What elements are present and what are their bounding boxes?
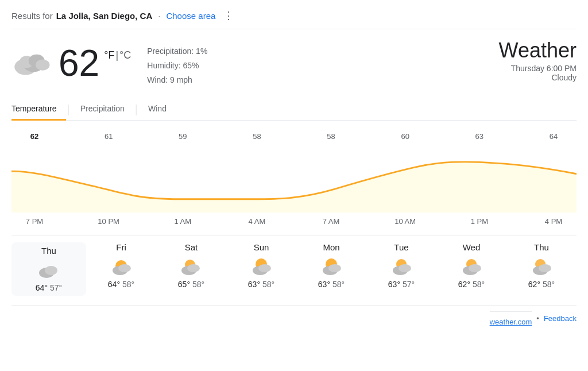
time-label-5: 10 AM xyxy=(388,217,423,226)
choose-area-link[interactable]: Choose area xyxy=(166,11,215,21)
chart-svg-container xyxy=(11,146,577,212)
forecast-day-sat[interactable]: Sat 65° 58° xyxy=(156,242,226,296)
day-high-thu2: 62° xyxy=(528,280,540,289)
weather-tabs: Temperature | Precipitation | Wind xyxy=(11,99,577,121)
temp-units: °F | °C xyxy=(104,49,131,61)
location-bold: La Jolla, San Diego, CA xyxy=(56,11,153,21)
svg-point-4 xyxy=(36,60,50,71)
weather-right: Weather Thursday 6:00 PM Cloudy xyxy=(499,38,577,82)
day-name-wed: Wed xyxy=(463,242,481,252)
footer-bullet: • xyxy=(536,314,539,323)
svg-point-27 xyxy=(539,264,551,272)
weather-details: Precipitation: 1% Humidity: 65% Wind: 9 … xyxy=(147,44,207,88)
wind-detail: Wind: 9 mph xyxy=(147,73,207,87)
precipitation-detail: Precipitation: 1% xyxy=(147,44,207,59)
day-temps-thu: 64° 57° xyxy=(36,283,62,292)
svg-point-6 xyxy=(45,266,57,275)
svg-point-12 xyxy=(187,264,200,272)
day-low-thu2: 58° xyxy=(543,280,555,289)
day-low-sat: 58° xyxy=(192,280,204,289)
time-label-6: 1 PM xyxy=(462,217,497,226)
tab-divider-1: | xyxy=(67,103,70,116)
footer: weather.com • Feedback xyxy=(11,305,577,326)
unit-separator: | xyxy=(115,49,118,61)
svg-point-9 xyxy=(118,264,131,272)
svg-point-21 xyxy=(399,264,411,272)
forecast-day-thu2[interactable]: Thu 62° 58° xyxy=(506,242,577,296)
day-name-sun: Sun xyxy=(254,242,269,252)
day-high-thu: 64° xyxy=(36,283,48,292)
weather-condition: Cloudy xyxy=(499,73,577,82)
day-temps-sun: 63° 58° xyxy=(248,280,274,289)
chart-time-labels: 7 PM 10 PM 1 AM 4 AM 7 AM 10 AM 1 PM 4 P… xyxy=(11,217,577,226)
day-low-thu: 57° xyxy=(50,283,62,292)
forecast-day-mon[interactable]: Mon 63° 58° xyxy=(296,242,366,296)
weather-datetime: Thursday 6:00 PM xyxy=(499,64,577,73)
day-high-sat: 65° xyxy=(178,280,190,289)
unit-fahrenheit[interactable]: °F xyxy=(104,49,114,61)
day-name-thu: Thu xyxy=(41,246,56,256)
day-name-sat: Sat xyxy=(185,242,198,252)
tab-wind[interactable]: Wind xyxy=(139,99,176,121)
day-low-sun: 58° xyxy=(262,280,274,289)
temperature-value: 62 xyxy=(59,45,99,82)
header-dot: · xyxy=(158,11,160,21)
weather-title: Weather xyxy=(499,38,577,63)
day-icon-tue xyxy=(389,256,414,276)
forecast-day-sun[interactable]: Sun 63° 58° xyxy=(226,242,296,296)
time-label-2: 1 AM xyxy=(165,217,200,226)
day-icon-sat xyxy=(179,256,204,276)
time-label-3: 4 AM xyxy=(239,217,274,226)
svg-point-18 xyxy=(328,264,341,272)
temperature-block: 62 °F | °C xyxy=(59,45,131,82)
day-icon-wed xyxy=(459,256,484,276)
menu-dots-icon[interactable]: ⋮ xyxy=(223,9,234,22)
day-name-tue: Tue xyxy=(394,242,408,252)
tab-precipitation[interactable]: Precipitation xyxy=(71,99,134,121)
temperature-chart: 62 61 59 58 58 60 63 64 xyxy=(11,132,577,212)
forecast-day-wed[interactable]: Wed 62° 58° xyxy=(436,242,506,296)
time-label-1: 10 PM xyxy=(91,217,126,226)
forecast-day-thu[interactable]: Thu 64° 57° xyxy=(11,242,86,296)
day-high-mon: 63° xyxy=(318,280,330,289)
time-label-4: 7 AM xyxy=(314,217,349,226)
day-temps-wed: 62° 58° xyxy=(458,280,485,289)
time-label-7: 4 PM xyxy=(536,217,571,226)
weather-left: 62 °F | °C Precipitation: 1% Humidity: 6… xyxy=(11,38,207,88)
unit-celsius[interactable]: °C xyxy=(119,49,131,61)
day-temps-tue: 63° 57° xyxy=(388,280,415,289)
day-high-tue: 63° xyxy=(388,280,400,289)
day-name-thu2: Thu xyxy=(534,242,549,252)
weather-main: 62 °F | °C Precipitation: 1% Humidity: 6… xyxy=(11,38,577,88)
cloudy-icon xyxy=(11,47,52,79)
day-icon-sun xyxy=(249,256,274,276)
forecast-day-fri[interactable]: Fri 64° 58° xyxy=(86,242,156,296)
day-icon-thu2 xyxy=(529,256,554,276)
day-temps-sat: 65° 58° xyxy=(178,280,204,289)
day-high-wed: 62° xyxy=(458,280,470,289)
day-low-tue: 57° xyxy=(403,280,415,289)
day-icon-mon xyxy=(319,256,344,276)
day-temps-thu2: 62° 58° xyxy=(528,280,555,289)
feedback-link[interactable]: Feedback xyxy=(544,314,577,323)
results-label: Results for xyxy=(11,11,53,21)
day-temps-mon: 63° 58° xyxy=(318,280,345,289)
svg-point-15 xyxy=(258,264,271,272)
day-name-fri: Fri xyxy=(116,242,126,252)
tab-divider-2: | xyxy=(135,103,138,116)
weather-source-link[interactable]: weather.com xyxy=(490,311,532,326)
day-temps-fri: 64° 58° xyxy=(108,280,134,289)
forecast-day-tue[interactable]: Tue 63° 57° xyxy=(366,242,436,296)
humidity-detail: Humidity: 65% xyxy=(147,59,207,73)
header: Results for La Jolla, San Diego, CA · Ch… xyxy=(11,9,577,29)
day-low-fri: 58° xyxy=(122,280,134,289)
svg-point-24 xyxy=(469,264,481,272)
day-low-wed: 58° xyxy=(473,280,485,289)
day-icon-thu xyxy=(36,259,61,280)
forecast-row: Thu 64° 57° Fri 64° 58° Sat 65° xyxy=(11,235,577,296)
day-high-fri: 64° xyxy=(108,280,120,289)
tab-temperature[interactable]: Temperature xyxy=(11,99,66,121)
time-label-0: 7 PM xyxy=(17,217,52,226)
day-high-sun: 63° xyxy=(248,280,260,289)
day-low-mon: 58° xyxy=(332,280,345,289)
